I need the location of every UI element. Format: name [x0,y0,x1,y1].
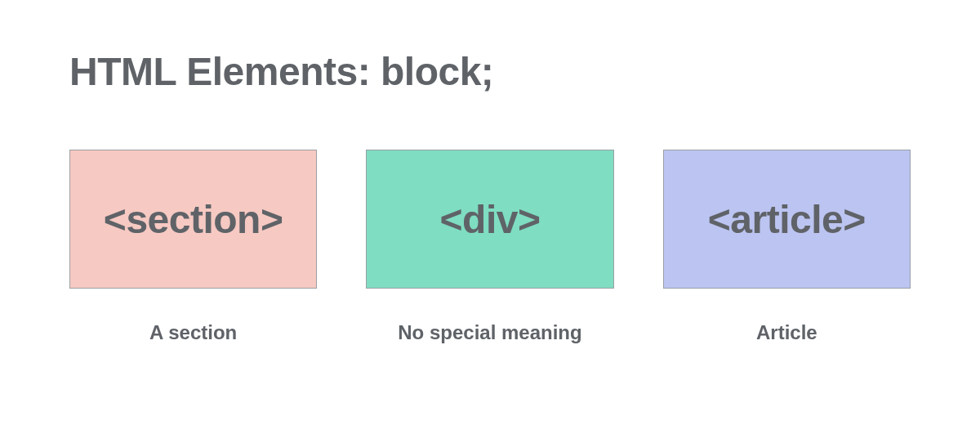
element-tag-box: <section> [69,150,317,289]
element-card-article: <article> Article [663,150,911,344]
element-tag-box: <div> [366,150,613,289]
element-caption: No special meaning [398,321,581,344]
element-caption: Article [756,321,817,344]
element-tag-box: <article> [663,150,911,289]
element-caption: A section [149,321,237,344]
page-title: HTML Elements: block; [69,49,911,94]
elements-row: <section> A section <div> No special mea… [69,150,911,344]
element-card-div: <div> No special meaning [366,150,613,344]
element-card-section: <section> A section [69,150,317,344]
